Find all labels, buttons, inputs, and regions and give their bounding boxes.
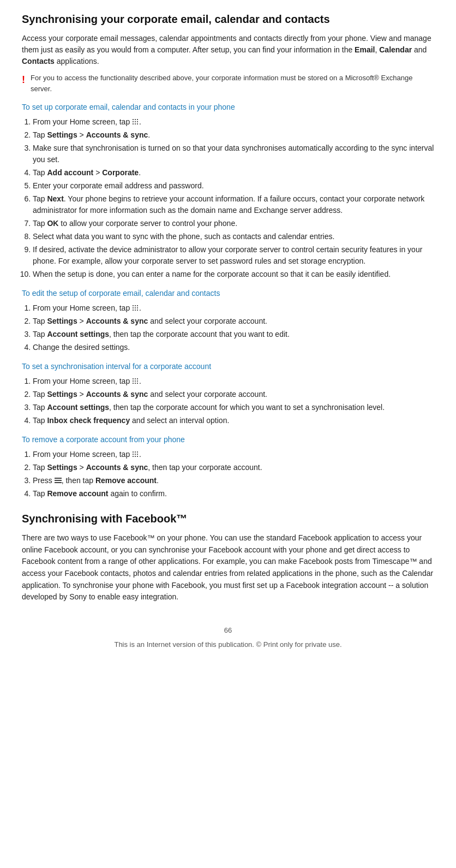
note-box: ! For you to access the functionality de… xyxy=(22,73,434,94)
footer-text: This is an Internet version of this publ… xyxy=(114,640,341,649)
list-item: If desired, activate the device administ… xyxy=(33,244,434,267)
list-item: Tap Settings > Accounts & sync, then tap… xyxy=(33,462,434,473)
list-item: Make sure that synchronisation is turned… xyxy=(33,142,434,165)
list-item: Tap Remove account again to confirm. xyxy=(33,488,434,500)
list-item: Press , then tap Remove account. xyxy=(33,475,434,486)
list-item: Tap Inbox check frequency and select an … xyxy=(33,415,434,426)
subsection-sync-title: To set a synchronisation interval for a … xyxy=(22,361,434,372)
list-item: Tap Settings > Accounts & sync. xyxy=(33,129,434,141)
list-item: Tap OK to allow your corporate server to… xyxy=(33,218,434,229)
list-item: When the setup is done, you can enter a … xyxy=(33,269,434,280)
list-item: From your Home screen, tap . xyxy=(33,449,434,460)
exclamation-icon: ! xyxy=(22,73,25,87)
list-item: Tap Settings > Accounts & sync and selec… xyxy=(33,316,434,327)
sync-steps-list: From your Home screen, tap . Tap Setting… xyxy=(33,376,434,426)
grid-icon xyxy=(132,118,139,126)
subsection-edit-title: To edit the setup of corporate email, ca… xyxy=(22,288,434,299)
subsection-setup-title: To set up corporate email, calendar and … xyxy=(22,102,434,113)
list-item: Tap Settings > Accounts & sync and selec… xyxy=(33,389,434,400)
list-item: From your Home screen, tap . xyxy=(33,116,434,128)
subsection-remove-title: To remove a corporate account from your … xyxy=(22,434,434,445)
list-item: Tap Account settings, then tap the corpo… xyxy=(33,402,434,413)
grid-icon xyxy=(132,451,139,458)
list-item: Enter your corporate email address and p… xyxy=(33,180,434,192)
list-item: Select what data you want to sync with t… xyxy=(33,231,434,242)
list-item: Tap Account settings, then tap the corpo… xyxy=(33,329,434,340)
list-item: From your Home screen, tap . xyxy=(33,376,434,387)
list-item: Change the desired settings. xyxy=(33,342,434,353)
facebook-intro: There are two ways to use Facebook™ on y… xyxy=(22,532,434,603)
page-footer: 66 This is an Internet version of this p… xyxy=(22,625,434,650)
list-item: Tap Next. Your phone begins to retrieve … xyxy=(33,193,434,216)
list-item: From your Home screen, tap . xyxy=(33,302,434,314)
section1-title: Synchronising your corporate email, cale… xyxy=(22,11,434,27)
grid-icon xyxy=(132,378,139,385)
setup-steps-list: From your Home screen, tap . Tap Setting… xyxy=(33,116,434,280)
page-number: 66 xyxy=(22,625,434,636)
remove-steps-list: From your Home screen, tap . Tap Setting… xyxy=(33,449,434,500)
section1-intro: Access your corporate email messages, ca… xyxy=(22,33,434,67)
section2-title: Synchronising with Facebook™ xyxy=(22,510,434,527)
list-item: Tap Add account > Corporate. xyxy=(33,167,434,179)
grid-icon xyxy=(132,305,139,312)
menu-icon xyxy=(55,478,62,484)
edit-steps-list: From your Home screen, tap . Tap Setting… xyxy=(33,302,434,353)
note-text: For you to access the functionality desc… xyxy=(31,73,434,94)
